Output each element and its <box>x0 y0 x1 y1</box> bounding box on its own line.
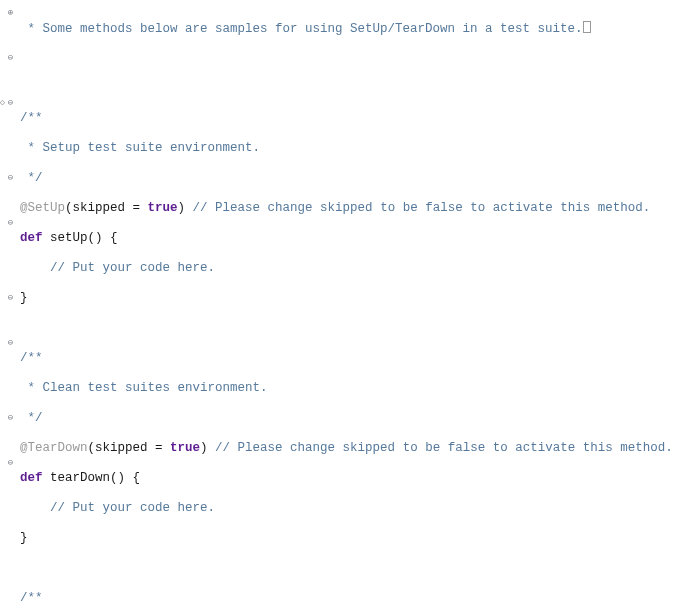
collapse-icon[interactable] <box>6 219 15 228</box>
jdoc-open: /** <box>20 591 43 605</box>
method-signature: tearDown() { <box>43 471 141 485</box>
jdoc-open: /** <box>20 111 43 125</box>
fold-gutter <box>0 0 20 615</box>
bool-literal: true <box>148 201 178 215</box>
caret-icon <box>583 21 591 33</box>
annotation: @SetUp <box>20 201 65 215</box>
jdoc-close: */ <box>20 171 43 185</box>
jdoc-open: /** <box>20 351 43 365</box>
brace-close: } <box>20 531 28 545</box>
code-area[interactable]: * Some methods below are samples for usi… <box>20 0 693 615</box>
keyword-def: def <box>20 471 43 485</box>
annotation: @TearDown <box>20 441 88 455</box>
comment-text: // Please change skipped to be false to … <box>185 201 650 215</box>
collapse-icon[interactable] <box>6 54 15 63</box>
collapse-icon[interactable] <box>6 339 15 348</box>
collapse-icon[interactable] <box>6 174 15 183</box>
comment-text: * Some methods below are samples for usi… <box>20 22 583 36</box>
paren: ( <box>88 441 96 455</box>
code-editor[interactable]: * Some methods below are samples for usi… <box>0 0 693 615</box>
comment-text: // Please change skipped to be false to … <box>208 441 673 455</box>
jdoc-close: */ <box>20 411 43 425</box>
paren: ) <box>200 441 208 455</box>
collapse-icon[interactable] <box>6 99 15 108</box>
collapse-icon[interactable] <box>6 414 15 423</box>
paren: ( <box>65 201 73 215</box>
collapse-icon[interactable] <box>6 459 15 468</box>
comment-text: // Put your code here. <box>20 261 215 275</box>
jdoc-line: * Setup test suite environment. <box>20 141 260 155</box>
jdoc-line: * Clean test suites environment. <box>20 381 268 395</box>
keyword-def: def <box>20 231 43 245</box>
collapse-icon[interactable] <box>6 294 15 303</box>
equals: = <box>125 201 148 215</box>
brace-close: } <box>20 291 28 305</box>
bool-literal: true <box>170 441 200 455</box>
param-name: skipped <box>95 441 148 455</box>
param-name: skipped <box>73 201 126 215</box>
expand-icon[interactable] <box>6 9 15 18</box>
paren: ) <box>178 201 186 215</box>
comment-text: // Put your code here. <box>20 501 215 515</box>
equals: = <box>148 441 171 455</box>
method-signature: setUp() { <box>43 231 118 245</box>
